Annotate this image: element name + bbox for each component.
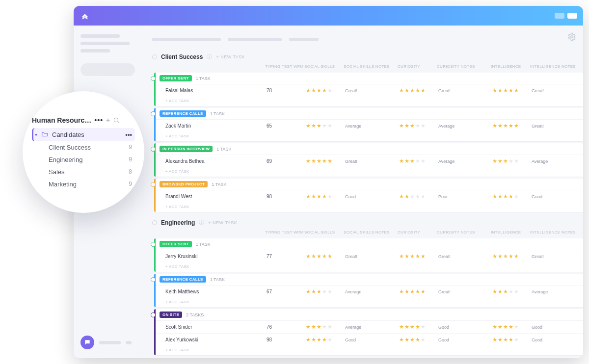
- note: Average: [345, 289, 399, 294]
- list-count: 9: [129, 156, 132, 163]
- list-count: 9: [129, 181, 132, 187]
- group-info-icon[interactable]: ⓘ: [199, 219, 204, 226]
- status-toggle-icon[interactable]: [151, 312, 156, 317]
- note: Great!: [532, 254, 583, 259]
- add-task-button[interactable]: + ADD TASK: [156, 167, 583, 177]
- column-header: INTELLIGENCE NOTES: [530, 64, 583, 69]
- add-task-button[interactable]: + ADD TASK: [156, 97, 583, 106]
- task-name: Jerry Krusinski: [165, 254, 267, 259]
- status-pill[interactable]: OFFER SENT: [160, 75, 192, 81]
- list-group: Engineering ⓘ + NEW TASKTYPING TEST WPMS…: [149, 217, 583, 355]
- note: Great!: [438, 88, 492, 93]
- task-row[interactable]: Keith Matthews67★★★★★Average★★★★★Great!★…: [156, 285, 583, 298]
- task-row[interactable]: Faisal Malas78★★★★★Great!★★★★★Great!★★★★…: [156, 84, 583, 97]
- column-headers: TYPING TEST WPMSOCIAL SKILLSSOCIAL SKILL…: [149, 228, 583, 236]
- task-name: Alexandra Bethea: [165, 158, 267, 164]
- sidebar-detail-popover: Human Resourc… ••• + ▾ Candidates ••• Cl…: [23, 91, 144, 213]
- column-header: CURIOSITY NOTES: [437, 64, 491, 69]
- star-rating: ★★★★★: [399, 193, 438, 200]
- task-row[interactable]: Brandi West98★★★★★Good★★★★★Poor★★★★★Good…: [156, 190, 583, 203]
- star-rating: ★★★★★: [492, 193, 532, 200]
- note: Average: [438, 124, 492, 129]
- star-rating: ★★★★★: [306, 158, 345, 164]
- gear-icon[interactable]: [567, 32, 576, 41]
- search-icon[interactable]: [113, 117, 120, 124]
- wpm-value: 67: [267, 289, 306, 294]
- more-icon[interactable]: •••: [125, 131, 132, 138]
- status-pill[interactable]: OFFER SENT: [160, 241, 192, 247]
- star-rating: ★★★★★: [492, 324, 532, 330]
- status-pill[interactable]: IN PERSON INTERVIEW: [160, 146, 213, 152]
- note: Great!: [532, 124, 583, 129]
- window-buttons[interactable]: [555, 13, 577, 19]
- status-toggle-icon[interactable]: [151, 242, 156, 247]
- column-headers: TYPING TEST WPMSOCIAL SKILLSSOCIAL SKILL…: [149, 62, 583, 71]
- clickup-logo-icon[interactable]: [80, 10, 90, 21]
- task-row[interactable]: Alexandra Bethea69★★★★★Great!★★★★★Averag…: [156, 155, 583, 167]
- status-pill[interactable]: REFERENCE CALLS: [160, 110, 206, 117]
- status-toggle-icon[interactable]: [151, 277, 156, 282]
- star-rating: ★★★★★: [492, 123, 532, 129]
- note: Average: [438, 159, 492, 164]
- sidebar-list-item[interactable]: Sales8: [32, 166, 135, 178]
- task-row[interactable]: Alex Yurkowski98★★★★★Good★★★★★Good★★★★★G…: [156, 333, 583, 346]
- star-rating: ★★★★★: [306, 193, 345, 200]
- task-row[interactable]: Jerry Krusinski77★★★★★Great!★★★★★Great!★…: [156, 250, 583, 262]
- status-toggle-icon[interactable]: [151, 147, 156, 152]
- star-rating: ★★★★★: [492, 337, 532, 343]
- column-header: TYPING TEST WPM: [265, 230, 304, 234]
- column-header: CURIOSITY: [398, 230, 437, 234]
- note: Average: [345, 124, 399, 129]
- new-task-button[interactable]: + NEW TASK: [208, 220, 237, 225]
- sidebar-list-item[interactable]: Engineering9: [32, 154, 135, 166]
- group-title[interactable]: Client Success: [161, 53, 203, 60]
- column-header: TYPING TEST WPM: [265, 64, 304, 69]
- sidebar-list-item[interactable]: Client Success9: [32, 141, 135, 154]
- add-task-button[interactable]: + ADD TASK: [156, 346, 583, 355]
- add-task-button[interactable]: + ADD TASK: [156, 132, 583, 141]
- task-row[interactable]: Scott Snider76★★★★★Average★★★★★Good★★★★★…: [156, 320, 583, 333]
- column-header: INTELLIGENCE: [491, 230, 530, 234]
- list-label: Engineering: [49, 156, 82, 163]
- group-info-icon[interactable]: ⓘ: [207, 53, 212, 60]
- star-rating: ★★★★★: [399, 253, 438, 260]
- new-task-button[interactable]: + NEW TASK: [216, 54, 245, 59]
- status-toggle-icon[interactable]: [151, 111, 156, 116]
- collapse-icon[interactable]: [152, 54, 157, 59]
- task-count: 1 TASK: [210, 277, 225, 282]
- svg-point-0: [571, 36, 573, 38]
- collapse-icon[interactable]: [152, 220, 157, 225]
- column-header: CURIOSITY NOTES: [437, 230, 491, 234]
- add-task-button[interactable]: + ADD TASK: [156, 298, 583, 307]
- task-row[interactable]: Zack Martin65★★★★★Average★★★★★Average★★★…: [156, 119, 583, 132]
- space-header[interactable]: Human Resourc… ••• +: [32, 114, 135, 128]
- star-rating: ★★★★★: [399, 158, 438, 164]
- add-task-button[interactable]: + ADD TASK: [156, 262, 583, 272]
- note: Good: [345, 338, 399, 342]
- wpm-value: 98: [267, 194, 306, 199]
- status-toggle-icon[interactable]: [151, 182, 156, 187]
- status-pill[interactable]: ON SITE: [160, 312, 182, 318]
- task-count: 1 TASK: [210, 111, 225, 116]
- chat-fab-icon[interactable]: [80, 336, 94, 349]
- folder-candidates[interactable]: ▾ Candidates •••: [32, 128, 135, 141]
- note: Good: [532, 194, 583, 199]
- group-title[interactable]: Engineering: [161, 219, 195, 226]
- topbar: [74, 6, 583, 26]
- sidebar-list-item[interactable]: Marketing9: [32, 178, 135, 190]
- list-label: Marketing: [49, 181, 77, 188]
- list-count: 8: [129, 168, 132, 175]
- sidebar-search[interactable]: [80, 63, 135, 76]
- status-toggle-icon[interactable]: [151, 76, 156, 81]
- wpm-value: 77: [267, 254, 306, 259]
- status-pill[interactable]: REFERENCE CALLS: [160, 276, 206, 283]
- column-header: SOCIAL SKILLS NOTES: [344, 230, 398, 234]
- more-icon[interactable]: •••: [94, 116, 103, 124]
- star-rating: ★★★★★: [399, 288, 438, 295]
- star-rating: ★★★★★: [492, 288, 532, 295]
- status-pill[interactable]: BROWSED PROJECT: [160, 181, 208, 187]
- star-rating: ★★★★★: [399, 337, 438, 343]
- plus-icon[interactable]: +: [106, 116, 110, 124]
- note: Great!: [345, 254, 399, 259]
- add-task-button[interactable]: + ADD TASK: [156, 203, 583, 212]
